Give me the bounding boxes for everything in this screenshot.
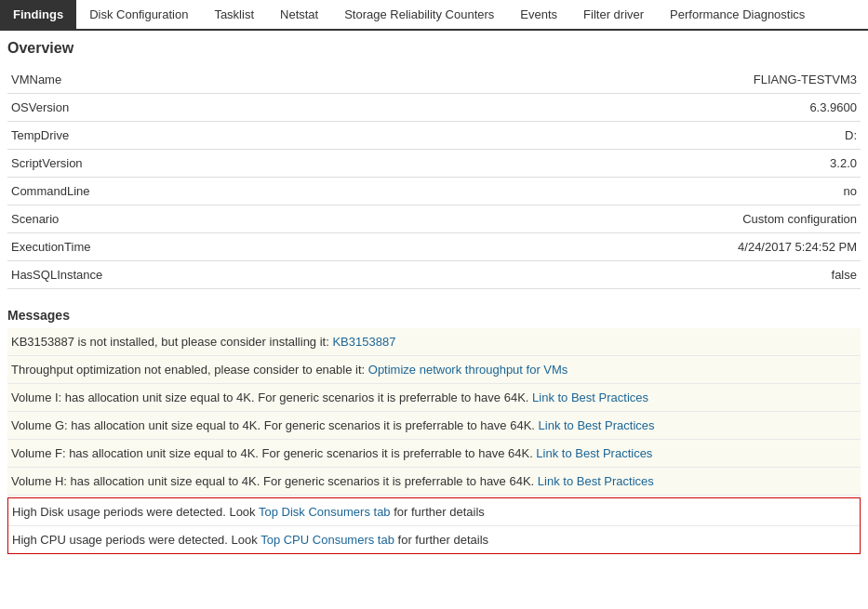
tab-events[interactable]: Events	[507, 0, 570, 29]
table-row: ScriptVersion3.2.0	[7, 150, 861, 178]
row-label: Scenario	[7, 205, 194, 233]
message-text: Volume F: has allocation unit size equal…	[11, 446, 536, 460]
main-content: Overview VMNameFLIANG-TESTVM3OSVersion6.…	[0, 31, 868, 563]
table-row: OSVersion6.3.9600	[7, 94, 861, 122]
list-item: Volume I: has allocation unit size equal…	[7, 384, 861, 412]
list-item: Throughput optimization not enabled, ple…	[7, 356, 861, 384]
row-label: CommandLine	[7, 178, 194, 205]
messages-container: KB3153887 is not installed, but please c…	[7, 328, 861, 554]
message-after-link: for further details	[391, 505, 485, 519]
tab-findings[interactable]: Findings	[0, 0, 76, 29]
row-label: ScriptVersion	[7, 150, 194, 178]
messages-title: Messages	[7, 308, 861, 323]
row-value: 6.3.9600	[194, 94, 861, 122]
message-text: High CPU usage periods were detected. Lo…	[12, 533, 260, 547]
tab-tasklist[interactable]: Tasklist	[201, 0, 267, 29]
message-link[interactable]: Top CPU Consumers tab	[260, 533, 394, 547]
message-text: KB3153887 is not installed, but please c…	[11, 335, 332, 349]
table-row: TempDriveD:	[7, 122, 861, 150]
list-item: High Disk usage periods were detected. L…	[8, 498, 860, 526]
message-link[interactable]: Top Disk Consumers tab	[259, 505, 391, 519]
row-label: HasSQLInstance	[7, 261, 194, 289]
table-row: HasSQLInstancefalse	[7, 261, 861, 289]
message-text: High Disk usage periods were detected. L…	[12, 505, 259, 519]
row-value: 4/24/2017 5:24:52 PM	[194, 233, 861, 261]
tab-bar: Findings Disk Configuration Tasklist Net…	[0, 0, 868, 31]
message-link[interactable]: Link to Best Practices	[538, 474, 654, 488]
row-label: TempDrive	[7, 122, 194, 150]
tab-storage-reliability-counters[interactable]: Storage Reliability Counters	[331, 0, 507, 29]
overview-table: VMNameFLIANG-TESTVM3OSVersion6.3.9600Tem…	[7, 66, 861, 289]
message-link[interactable]: Link to Best Practices	[532, 391, 648, 404]
tab-performance-diagnostics[interactable]: Performance Diagnostics	[657, 0, 818, 29]
table-row: CommandLineno	[7, 178, 861, 205]
table-row: ExecutionTime4/24/2017 5:24:52 PM	[7, 233, 861, 261]
list-item: KB3153887 is not installed, but please c…	[7, 328, 861, 356]
list-item: Volume G: has allocation unit size equal…	[7, 412, 861, 440]
table-row: VMNameFLIANG-TESTVM3	[7, 66, 861, 94]
tab-disk-configuration[interactable]: Disk Configuration	[76, 0, 201, 29]
message-text: Volume I: has allocation unit size equal…	[11, 391, 532, 404]
row-value: D:	[194, 122, 861, 150]
tab-netstat[interactable]: Netstat	[267, 0, 331, 29]
row-label: ExecutionTime	[7, 233, 194, 261]
message-text: Volume G: has allocation unit size equal…	[11, 418, 539, 432]
row-value: Custom configuration	[194, 205, 861, 233]
message-text: Throughput optimization not enabled, ple…	[11, 363, 368, 377]
highlighted-message-group: High Disk usage periods were detected. L…	[7, 497, 861, 554]
tab-filter-driver[interactable]: Filter driver	[570, 0, 657, 29]
list-item: Volume F: has allocation unit size equal…	[7, 440, 861, 468]
row-label: OSVersion	[7, 94, 194, 122]
message-text: Volume H: has allocation unit size equal…	[11, 474, 538, 488]
row-value: 3.2.0	[194, 150, 861, 178]
row-label: VMName	[7, 66, 194, 94]
message-link[interactable]: KB3153887	[332, 335, 395, 349]
list-item: High CPU usage periods were detected. Lo…	[8, 526, 860, 553]
table-row: ScenarioCustom configuration	[7, 205, 861, 233]
overview-title: Overview	[7, 40, 861, 57]
message-link[interactable]: Link to Best Practices	[536, 446, 652, 460]
row-value: false	[194, 261, 861, 289]
list-item: Volume H: has allocation unit size equal…	[7, 468, 861, 496]
row-value: no	[194, 178, 861, 205]
message-after-link: for further details	[394, 533, 488, 547]
message-link[interactable]: Link to Best Practices	[539, 418, 655, 432]
message-link[interactable]: Optimize network throughput for VMs	[368, 363, 568, 377]
row-value: FLIANG-TESTVM3	[194, 66, 861, 94]
